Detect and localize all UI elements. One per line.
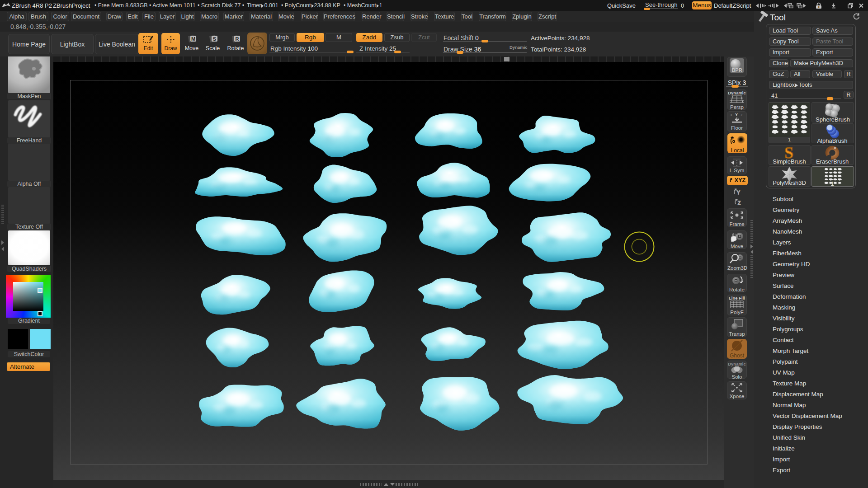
svg-text:Z: Z — [738, 201, 741, 206]
svg-text:BPR: BPR — [731, 67, 742, 73]
svg-text:M: M — [191, 36, 195, 42]
svg-text:R: R — [236, 36, 239, 42]
svg-text:Y: Y — [737, 190, 740, 195]
svg-text:S: S — [212, 36, 216, 42]
